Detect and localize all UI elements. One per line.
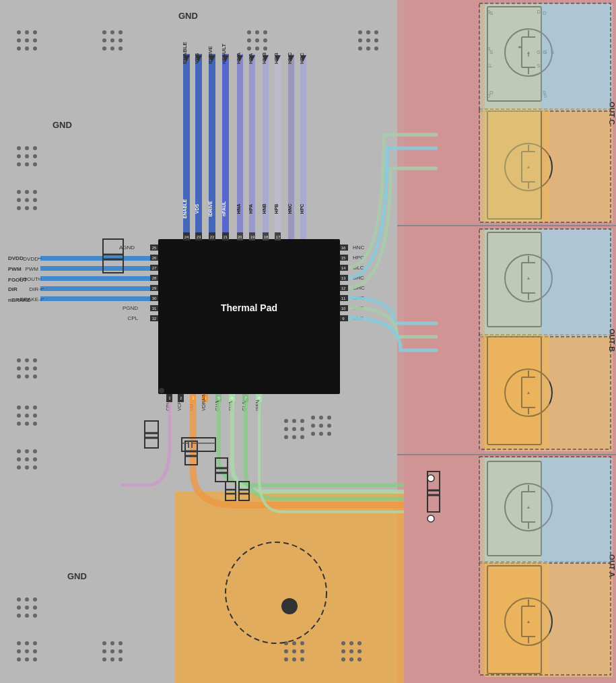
svg-point-109 [33, 657, 37, 661]
svg-marker-181 [249, 55, 255, 62]
svg-text:32: 32 [152, 317, 157, 321]
svg-rect-202 [340, 245, 348, 251]
svg-text:GHB: GHB [353, 295, 364, 301]
svg-rect-271 [178, 394, 184, 402]
svg-point-68 [17, 366, 21, 370]
svg-text:SHB: SHB [353, 305, 364, 311]
dot-grid-top-3 [358, 30, 378, 51]
svg-point-30 [366, 30, 370, 34]
svg-text:9: 9 [342, 317, 345, 321]
svg-text:8: 8 [258, 396, 261, 400]
svg-rect-268 [166, 394, 172, 402]
svg-point-24 [255, 38, 259, 42]
svg-point-70 [33, 366, 37, 370]
svg-text:2: 2 [180, 396, 182, 400]
svg-point-120 [292, 419, 296, 423]
svg-text:22: 22 [210, 235, 215, 239]
svg-text:21: 21 [224, 235, 228, 239]
svg-rect-362 [185, 441, 197, 465]
svg-point-87 [25, 457, 29, 461]
svg-point-72 [25, 375, 29, 379]
svg-rect-253 [150, 305, 158, 311]
svg-point-125 [284, 435, 288, 439]
svg-text:VDRAIN: VDRAIN [201, 393, 206, 411]
svg-text:11: 11 [341, 296, 346, 300]
svg-text:12: 12 [341, 286, 346, 290]
svg-point-52 [33, 154, 37, 158]
svg-marker-185 [300, 55, 306, 62]
svg-text:nFAUL: nFAUL [221, 201, 226, 216]
svg-marker-182 [263, 55, 269, 62]
svg-text:24: 24 [184, 235, 189, 239]
svg-point-385 [319, 416, 323, 420]
svg-rect-359 [145, 421, 158, 448]
svg-point-97 [33, 606, 37, 610]
svg-text:nBRAKE: nBRAKE [17, 296, 38, 302]
svg-point-105 [25, 649, 29, 653]
svg-text:HNC: HNC [353, 245, 365, 251]
svg-point-40 [33, 30, 37, 34]
svg-point-106 [33, 649, 37, 653]
svg-text:HPA: HPA [248, 204, 253, 214]
svg-text:FGOUT: FGOUT [20, 276, 38, 282]
svg-text:4: 4 [204, 396, 207, 400]
svg-point-98 [17, 614, 21, 618]
svg-text:GLC: GLC [353, 265, 364, 271]
svg-point-390 [311, 432, 315, 436]
svg-text:VCP: VCP [177, 401, 182, 411]
svg-point-71 [17, 375, 21, 379]
svg-point-96 [25, 606, 29, 610]
svg-text:31: 31 [152, 306, 157, 311]
svg-point-126 [292, 435, 296, 439]
svg-text:PWM: PWM [8, 266, 22, 272]
svg-text:GLA: GLA [242, 401, 246, 411]
svg-rect-365 [215, 458, 228, 482]
bottom-orange-region [175, 488, 404, 683]
svg-rect-274 [190, 394, 196, 402]
svg-point-114 [110, 649, 114, 653]
svg-point-54 [25, 162, 29, 166]
right-bg [401, 0, 616, 683]
svg-text:GLB: GLB [353, 315, 364, 321]
svg-point-63 [25, 206, 29, 210]
svg-point-36 [366, 46, 370, 51]
svg-point-127 [300, 435, 304, 439]
svg-text:AGND: AGND [119, 245, 135, 251]
gnd-top: GND [178, 11, 198, 21]
svg-point-38 [17, 30, 21, 34]
svg-text:VDS: VDS [194, 53, 200, 64]
svg-point-122 [284, 427, 288, 431]
svg-point-32 [358, 38, 362, 42]
svg-point-18 [110, 46, 114, 51]
gnd-left: GND [53, 120, 72, 130]
svg-point-115 [118, 649, 123, 653]
svg-rect-214 [340, 285, 348, 291]
svg-point-386 [327, 416, 331, 420]
svg-point-19 [118, 46, 123, 51]
svg-point-392 [327, 432, 331, 436]
svg-point-89 [17, 465, 21, 469]
svg-text:SHC: SHC [353, 275, 364, 281]
svg-point-13 [118, 30, 123, 34]
svg-point-92 [17, 597, 21, 601]
svg-text:23: 23 [197, 235, 201, 239]
svg-rect-151 [249, 54, 255, 242]
svg-point-58 [33, 190, 37, 194]
svg-point-35 [358, 46, 362, 51]
svg-text:DIR: DIR [29, 286, 38, 292]
svg-point-47 [17, 146, 21, 150]
svg-text:HPC: HPC [353, 255, 364, 261]
svg-point-116 [102, 657, 106, 661]
svg-point-121 [300, 419, 304, 423]
svg-point-103 [33, 641, 37, 645]
svg-rect-289 [256, 394, 262, 402]
svg-point-85 [33, 449, 37, 453]
svg-text:nFAULT: nFAULT [221, 44, 227, 64]
svg-rect-277 [202, 394, 208, 402]
svg-point-33 [366, 38, 370, 42]
svg-point-60 [25, 198, 29, 202]
svg-text:PWM: PWM [25, 266, 38, 272]
svg-text:16: 16 [341, 246, 346, 250]
svg-text:FGOUT: FGOUT [8, 277, 27, 283]
svg-point-61 [33, 198, 37, 202]
